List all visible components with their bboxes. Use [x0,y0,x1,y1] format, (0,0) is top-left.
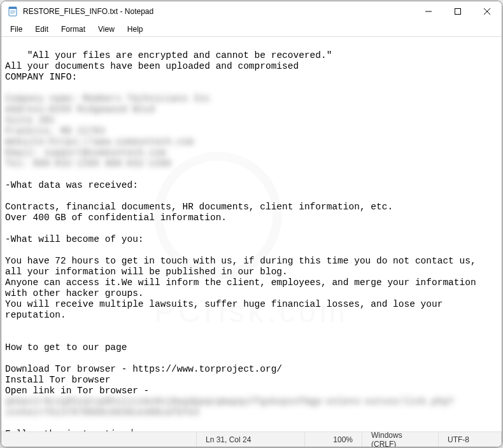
text-line: COMPANY INFO: [5,72,77,82]
minimize-icon [425,8,432,15]
redacted-line: Tel: 800-832-1396 800-832-1396 [5,158,171,169]
status-encoding: UTF-8 [438,432,502,447]
status-cursor-position: Ln 31, Col 24 [196,432,304,447]
text-line: Open link in Tor browser - [5,386,155,396]
text-cursor [132,429,132,431]
text-line: Over 400 GB of confidential information. [5,213,227,223]
text-line: "All your files are encrypted and cannot… [27,50,332,60]
text-line: You have 72 hours to get in touch with u… [5,256,481,277]
menu-format[interactable]: Format [55,22,92,36]
status-line-ending: Windows (CRLF) [362,432,438,447]
minimize-button[interactable] [414,1,443,22]
menu-view[interactable]: View [92,22,121,36]
text-line: All your documents have been uploaded an… [5,61,299,71]
svg-rect-1 [9,7,17,9]
redacted-line: Email: support@someuntech.com [5,148,166,158]
text-line: Download Tor browser - https://www.torpr… [5,364,282,374]
close-button[interactable] [472,1,502,22]
status-zoom[interactable]: 100% [304,432,362,447]
text-line: Follow the instructions [5,429,132,431]
text-line: -What data was received: [5,180,138,190]
close-icon [484,8,490,15]
window-title: RESTORE_FILES_INFO.txt - Notepad [23,7,153,16]
text-line: -What will become of you: [5,234,144,244]
text-line: Contracts, financial documents, HR docum… [5,202,393,212]
redacted-line: invhei=7b137078806c6038ce480cafbfe3 [5,407,199,417]
menu-file[interactable]: File [4,22,29,36]
maximize-button[interactable] [443,1,472,22]
maximize-icon [455,8,461,15]
notepad-app-icon [8,6,18,17]
text-line: How to get to our page [5,342,127,353]
redacted-line: Suite 381 [5,115,55,125]
redacted-line: Website:https://www.someuntech.com [5,137,194,147]
text-editor-area[interactable]: PCrisk.com "All your files are encrypted… [1,37,502,431]
menu-edit[interactable]: Edit [29,22,55,36]
redacted-line: Franklin, MD 21703 [5,126,105,136]
menubar: File Edit Format View Help [1,22,502,37]
menu-help[interactable]: Help [121,22,150,36]
notepad-window: RESTORE_FILES_INFO.txt - Notepad File Ed… [1,1,502,447]
redacted-line: Company name: Members Technicians Inc [5,94,210,104]
statusbar: Ln 31, Col 24 100% Windows (CRLF) UTF-8 [1,431,502,447]
svg-rect-6 [455,9,461,15]
titlebar[interactable]: RESTORE_FILES_INFO.txt - Notepad [1,1,502,22]
text-line: Anyone can access it.We will inform the … [5,277,481,298]
text-line: Install Tor browser [5,375,110,385]
text-line: You will receive multiple lawsuits, suff… [5,299,448,320]
redacted-line: Address:8255 Ridgewood Blvd [5,104,155,115]
redacted-line: qkbaxlr9cxq6hzqtxp8hsliczmx8nj8wqdppqcqm… [5,396,454,407]
